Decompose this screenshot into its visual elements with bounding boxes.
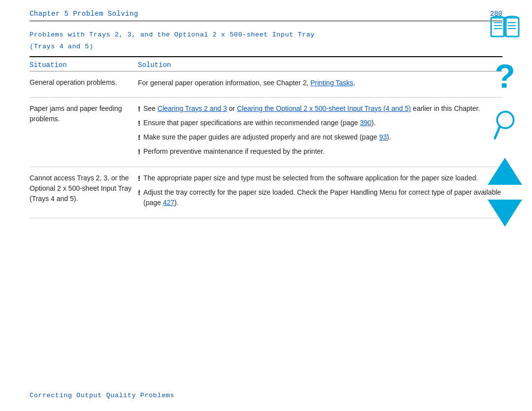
search-icon bbox=[492, 110, 519, 142]
table-row: General operation problems. For general … bbox=[30, 71, 502, 98]
header-row: Chapter 5 Problem Solving 280 bbox=[30, 10, 502, 21]
bullet-item: ! Ensure that paper specifications are w… bbox=[138, 118, 502, 128]
solution-cell-1: For general paper operation information,… bbox=[138, 77, 502, 91]
book-icon-button[interactable] bbox=[488, 10, 522, 44]
clearing-trays-link[interactable]: Clearing Trays 2 and 3 bbox=[158, 104, 227, 112]
situation-cell-1: General operation problems. bbox=[30, 77, 138, 91]
solution-text-1: For general paper operation information,… bbox=[138, 77, 502, 88]
bullet-mark: ! bbox=[138, 146, 140, 157]
search-icon-button[interactable] bbox=[488, 108, 522, 143]
bullet-item: ! Perform preventive maintenance if requ… bbox=[138, 146, 502, 157]
situation-text-2: Paper jams and paper feeding problems. bbox=[30, 104, 122, 123]
arrow-up-button[interactable] bbox=[488, 158, 522, 185]
bullet-item: ! Make sure the paper guides are adjuste… bbox=[138, 132, 502, 142]
chapter-header: Chapter 5 Problem Solving bbox=[30, 10, 138, 18]
bullet-text: See Clearing Trays 2 and 3 or Clearing t… bbox=[143, 103, 502, 114]
bullet-text: Perform preventive maintenance if reques… bbox=[143, 146, 502, 157]
question-mark-icon: ? bbox=[495, 59, 515, 93]
table-row: Paper jams and paper feeding problems. !… bbox=[30, 98, 502, 167]
situation-text-1: General operation problems. bbox=[30, 78, 117, 86]
help-icon-button[interactable]: ? bbox=[488, 59, 522, 94]
printing-tasks-link[interactable]: Printing Tasks bbox=[310, 79, 353, 87]
bullet-mark: ! bbox=[138, 118, 140, 128]
situation-cell-2: Paper jams and paper feeding problems. bbox=[30, 103, 138, 161]
svg-rect-1 bbox=[506, 18, 519, 36]
bullet-text: Ensure that paper specifications are wit… bbox=[143, 118, 502, 128]
bullet-mark: ! bbox=[138, 173, 140, 183]
book-icon bbox=[490, 14, 520, 41]
clearing-optional-link[interactable]: Clearing the Optional 2 x 500-sheet Inpu… bbox=[237, 104, 411, 112]
section-title-line1: Problems with Trays 2, 3, and the Option… bbox=[30, 30, 502, 40]
bullet-item: ! Adjust the tray correctly for the pape… bbox=[138, 187, 502, 208]
table-header: Situation Solution bbox=[30, 57, 502, 71]
section-title-line2: (Trays 4 and 5) bbox=[30, 42, 502, 52]
bullet-text: The appropriate paper size and type must… bbox=[143, 173, 502, 183]
bullet-item: ! See Clearing Trays 2 and 3 or Clearing… bbox=[138, 103, 502, 114]
bullet-mark: ! bbox=[138, 187, 140, 198]
solution-cell-2: ! See Clearing Trays 2 and 3 or Clearing… bbox=[138, 103, 502, 161]
content-area: Chapter 5 Problem Solving 280 Problems w… bbox=[30, 10, 502, 218]
solution-cell-3: ! The appropriate paper size and type mu… bbox=[138, 173, 502, 212]
page-93-link[interactable]: 93 bbox=[379, 133, 387, 141]
page-390-link[interactable]: 390 bbox=[360, 119, 371, 127]
main-table: Situation Solution General operation pro… bbox=[30, 57, 502, 218]
svg-line-10 bbox=[495, 127, 499, 138]
bullet-text: Adjust the tray correctly for the paper … bbox=[143, 187, 502, 208]
situation-cell-3: Cannot access Trays 2, 3, or the Optiona… bbox=[30, 173, 138, 212]
bullet-mark: ! bbox=[138, 103, 140, 114]
situation-text-3: Cannot access Trays 2, 3, or the Optiona… bbox=[30, 174, 132, 203]
section-title-block: Problems with Trays 2, 3, and the Option… bbox=[30, 30, 502, 52]
bullet-text: Make sure the paper guides are adjusted … bbox=[143, 132, 502, 142]
sidebar-icons: ? bbox=[488, 10, 522, 227]
table-row: Cannot access Trays 2, 3, or the Optiona… bbox=[30, 167, 502, 218]
col-header-situation: Situation bbox=[30, 61, 138, 69]
col-header-solution: Solution bbox=[138, 61, 502, 69]
svg-rect-0 bbox=[491, 18, 504, 36]
page-427-link[interactable]: 427 bbox=[163, 199, 174, 206]
bullet-item: ! The appropriate paper size and type mu… bbox=[138, 173, 502, 183]
bullet-mark: ! bbox=[138, 132, 140, 142]
arrow-down-button[interactable] bbox=[488, 200, 522, 227]
svg-point-9 bbox=[497, 111, 513, 128]
bottom-nav-link[interactable]: Correcting Output Quality Problems bbox=[30, 392, 174, 399]
